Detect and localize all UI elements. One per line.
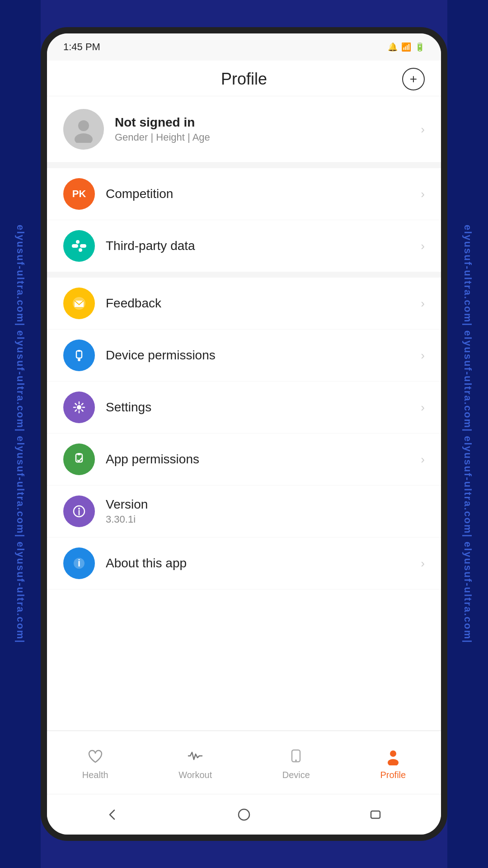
nav-item-health[interactable]: Health [82,745,108,780]
health-icon [84,745,107,767]
svg-rect-3 [80,244,86,248]
chevron-right-icon: › [421,401,425,415]
bottom-nav: Health Workout Device [47,731,441,794]
menu-item-third-party-data[interactable]: Third-party data › [47,220,441,272]
chevron-right-icon: › [421,123,425,137]
menu-item-version: Version 3.30.1i [47,486,441,538]
about-label: About this app [106,556,410,571]
health-label: Health [82,770,108,780]
nav-item-workout[interactable]: Workout [178,745,212,780]
svg-rect-2 [72,244,78,248]
home-button[interactable] [230,801,258,828]
settings-icon [63,392,95,423]
svg-point-19 [390,750,396,757]
menu-item-settings[interactable]: Settings › [47,382,441,434]
nav-item-profile[interactable]: Profile [380,745,406,780]
chevron-right-icon: › [421,349,425,363]
watermark-left: elyusuf-ultra.com| elyusuf-ultra.com| el… [14,225,26,643]
svg-point-1 [75,133,93,143]
svg-point-18 [295,760,297,761]
profile-nav-icon [382,745,404,767]
app-permissions-label: App permissions [106,452,410,467]
competition-label: Competition [106,187,410,201]
back-button[interactable] [99,801,126,828]
user-info: Not signed in Gender | Height | Age [115,115,410,143]
plus-icon: + [410,73,417,85]
android-nav-bar [47,794,441,835]
svg-point-14 [78,508,80,509]
battery-icon: 🔋 [415,42,425,52]
version-icon [63,495,95,527]
third-party-data-icon [63,230,95,262]
menu-item-device-permissions[interactable]: Device permissions › [47,330,441,382]
version-number: 3.30.1i [106,514,425,525]
menu-item-competition[interactable]: PK Competition › [47,168,441,220]
version-info: Version 3.30.1i [106,497,425,525]
device-permissions-icon [63,340,95,371]
add-button[interactable]: + [402,68,425,90]
settings-label: Settings [106,400,410,415]
divider-2 [47,272,441,278]
svg-point-4 [76,240,80,244]
menu-item-app-permissions[interactable]: App permissions › [47,434,441,486]
workout-icon [184,745,206,767]
status-bar: 1:45 PM 🔔 📶 🔋 [47,33,441,61]
svg-point-9 [78,359,80,361]
svg-point-20 [388,759,399,765]
avatar [63,109,104,150]
status-icons: 🔔 📶 🔋 [388,42,425,52]
signal-icon: 🔔 [388,42,398,52]
user-name: Not signed in [115,115,410,130]
svg-point-5 [79,248,82,252]
workout-label: Workout [178,770,212,780]
feedback-icon [63,288,95,319]
status-time: 1:45 PM [63,41,100,53]
device-permissions-label: Device permissions [106,348,410,363]
nav-item-device[interactable]: Device [282,745,310,780]
chevron-right-icon: › [421,239,425,253]
chevron-right-icon: › [421,297,425,311]
svg-point-0 [78,120,89,131]
svg-rect-12 [77,453,81,455]
third-party-data-label: Third-party data [106,239,410,253]
feedback-label: Feedback [106,296,410,311]
menu-item-about-this-app[interactable]: i About this app › [47,538,441,590]
menu-item-feedback[interactable]: Feedback › [47,278,441,330]
competition-icon: PK [63,178,95,210]
page-title: Profile [221,70,267,89]
header: Profile + [47,61,441,96]
recents-button[interactable] [362,801,389,828]
phone-frame: 1:45 PM 🔔 📶 🔋 Profile + Not signed in Ge… [41,27,447,841]
profile-nav-label: Profile [380,770,406,780]
user-profile-row[interactable]: Not signed in Gender | Height | Age › [47,96,441,163]
divider-1 [47,163,441,168]
svg-rect-8 [78,350,80,352]
version-label: Version [106,497,425,512]
chevron-right-icon: › [421,557,425,571]
app-permissions-icon [63,443,95,475]
device-label: Device [282,770,310,780]
svg-rect-22 [371,811,380,818]
svg-text:i: i [78,557,80,569]
content-area: Not signed in Gender | Height | Age › PK… [47,96,441,731]
about-icon: i [63,547,95,579]
watermark-right: elyusuf-ultra.com| elyusuf-ultra.com| el… [462,225,474,643]
device-icon [285,745,307,767]
svg-point-10 [77,405,81,410]
user-meta: Gender | Height | Age [115,132,410,143]
chevron-right-icon: › [421,453,425,467]
chevron-right-icon: › [421,187,425,201]
wifi-icon: 📶 [401,42,411,52]
svg-rect-7 [76,351,82,358]
svg-point-21 [239,809,249,820]
